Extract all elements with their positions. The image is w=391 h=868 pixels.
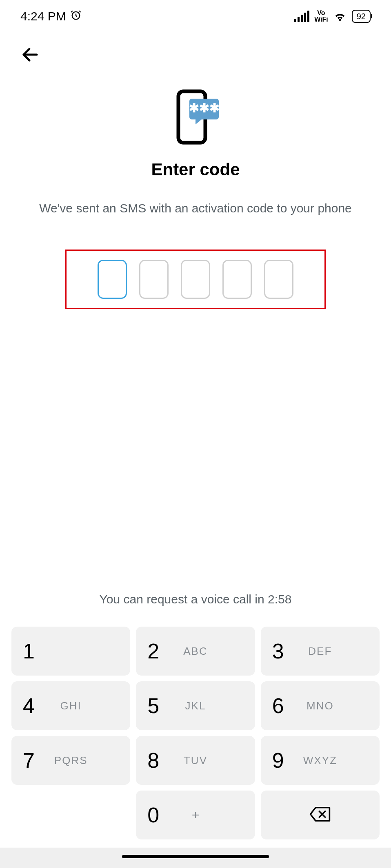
key-8[interactable]: 8 TUV [136, 736, 255, 785]
key-2[interactable]: 2 ABC [136, 627, 255, 676]
status-left: 4:24 PM [20, 9, 82, 24]
code-input-row [65, 250, 326, 309]
key-empty [11, 791, 130, 839]
key-7[interactable]: 7 PQRS [11, 736, 130, 785]
status-bar: 4:24 PM Vo WiFi 92 [0, 0, 391, 33]
vowifi-icon: Vo WiFi [314, 10, 328, 23]
status-right: Vo WiFi 92 [294, 10, 371, 23]
battery-icon: 92 [352, 10, 371, 23]
voice-call-timer: You can request a voice call in 2:58 [0, 580, 391, 627]
code-digit-5[interactable] [264, 260, 293, 299]
key-9[interactable]: 9 WXYZ [261, 736, 380, 785]
key-0[interactable]: 0 + [136, 791, 255, 839]
code-digit-3[interactable] [181, 260, 210, 299]
nav-pill[interactable] [122, 855, 269, 858]
alarm-icon [70, 9, 82, 24]
code-digit-2[interactable] [139, 260, 169, 299]
signal-icon [294, 11, 309, 22]
numeric-keypad: 1 2 ABC 3 DEF 4 GHI 5 JKL 6 MNO 7 PQRS 8… [0, 627, 391, 848]
key-3[interactable]: 3 DEF [261, 627, 380, 676]
page-title: Enter code [0, 160, 391, 200]
backspace-icon [309, 806, 331, 824]
status-time: 4:24 PM [20, 9, 66, 23]
page-subtitle: We've sent an SMS with an activation cod… [0, 200, 391, 250]
code-digit-4[interactable] [222, 260, 252, 299]
svg-text:✱✱✱: ✱✱✱ [189, 101, 220, 115]
key-6[interactable]: 6 MNO [261, 681, 380, 730]
code-illustration: ✱✱✱ [0, 70, 391, 160]
code-digit-1[interactable] [98, 260, 127, 299]
key-1[interactable]: 1 [11, 627, 130, 676]
key-4[interactable]: 4 GHI [11, 681, 130, 730]
back-button[interactable] [20, 45, 371, 66]
header [0, 33, 391, 70]
key-backspace[interactable] [261, 791, 380, 839]
nav-bar [0, 848, 391, 868]
wifi-icon [333, 11, 347, 22]
key-5[interactable]: 5 JKL [136, 681, 255, 730]
